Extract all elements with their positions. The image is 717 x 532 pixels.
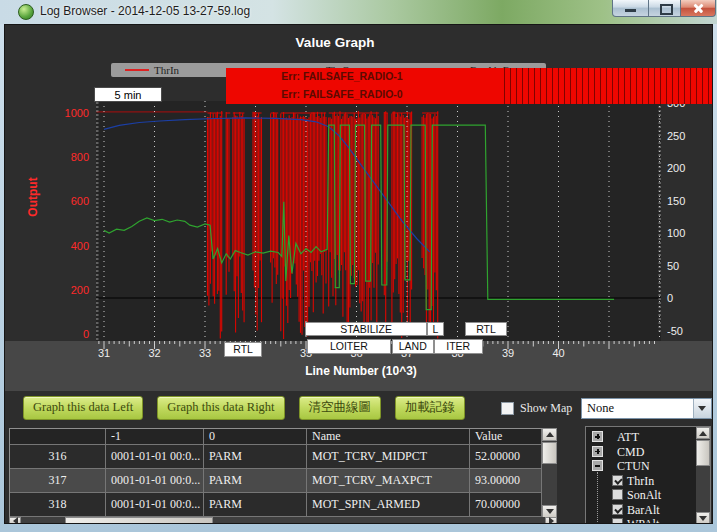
left-axis-tick-label: 800 [35,151,89,163]
tree-leaf-label: BarAlt [627,503,660,518]
checkbox-sonalt[interactable] [612,489,623,500]
scrollbar-thumb[interactable] [542,442,557,464]
mode-label-rtl: RTL [224,342,262,357]
maximize-button[interactable] [648,0,681,17]
right-axis-tick-label: 0 [667,292,707,304]
table-cell[interactable]: PARM [204,469,307,493]
tree-leaf-thrin[interactable]: ThrIn [586,474,710,488]
table-cell[interactable]: MOT_TCRV_MIDPCT [307,445,470,469]
collapse-icon[interactable] [592,460,603,471]
minimize-icon [625,9,636,12]
checkbox-thrin[interactable] [612,475,623,486]
value-graph-plot[interactable] [96,101,661,351]
table-row[interactable]: 3170001-01-01 00:0...PARMMOT_TCRV_MAXPCT… [10,469,543,493]
table-cell[interactable]: 316 [10,445,106,469]
error-text: Err: FAILSAFE_RADIO-1 [226,70,458,82]
minimize-button[interactable] [612,0,649,17]
tree-vertical-scrollbar[interactable] [696,427,710,524]
check-icon [614,476,622,484]
table-horizontal-scrollbar[interactable] [9,517,557,524]
dropdown-arrow-icon[interactable] [693,399,711,418]
field-tree[interactable]: ATTCMDCTUNThrInSonAltBarAltWPAlt [585,426,711,524]
titlebar[interactable]: Log Browser - 2014-12-05 13-27-59.log [0,0,717,24]
tree-node-cmd[interactable]: CMD [586,445,710,459]
filter-dropdown[interactable]: None [581,398,712,419]
table-cell[interactable]: 317 [10,469,106,493]
checkbox-baralt[interactable] [612,504,623,515]
log-browser-content: Value Graph ThrInThrOutBarAlt R Err: FAI… [4,24,713,524]
left-axis-tick-label: 600 [35,195,89,207]
right-axis-tick-label: -50 [667,325,707,337]
table-cell[interactable]: MOT_SPIN_ARMED [307,493,470,517]
app-icon [18,4,34,20]
tree-leaf-label: WPAlt [627,517,659,524]
graph-right-button[interactable]: Graph this data Right [157,396,284,420]
right-axis-tick-label: 50 [667,260,707,272]
graph-title: Value Graph [5,35,665,50]
expand-icon[interactable] [592,431,603,442]
table-cell[interactable]: 93.00000 [470,469,542,493]
left-axis-tick-label: 200 [35,284,89,296]
tree-node-att[interactable]: ATT [586,430,710,444]
table-header-cell[interactable]: 0 [204,429,307,445]
error-text: Err: FAILSAFE_RADIO-0 [226,88,458,100]
right-axis-tick-label: 200 [667,162,707,174]
scroll-up-icon[interactable] [542,428,557,441]
mode-label-rtl: RTL [465,322,507,336]
maximize-icon [660,4,673,15]
scroll-up-icon[interactable] [696,427,710,439]
table-cell[interactable]: 0001-01-01 00:0... [106,445,204,469]
table-header-cell[interactable]: Value [470,429,542,445]
tree-node-label: CMD [617,445,644,460]
tree-node-ctun[interactable]: CTUN [586,459,710,473]
table-cell[interactable]: PARM [204,493,307,517]
clear-graph-button[interactable]: 清空曲線圖 [299,396,382,420]
window-title: Log Browser - 2014-12-05 13-27-59.log [40,4,250,18]
show-map-label: Show Map [520,401,572,416]
table-cell[interactable]: 0001-01-01 00:0... [106,469,204,493]
mode-label-iter: ITER [434,339,483,354]
table-vertical-scrollbar[interactable] [542,428,557,518]
error-tick-texture [499,68,713,86]
expand-icon[interactable] [592,446,603,457]
close-button[interactable] [680,0,716,17]
scrollbar-thumb[interactable] [65,517,213,524]
tree-leaf-label: ThrIn [627,474,654,489]
right-axis-tick-label: 250 [667,130,707,142]
scroll-down-icon[interactable] [696,512,710,524]
tree-leaf-wpalt[interactable]: WPAlt [586,517,710,524]
table-cell[interactable]: 70.00000 [470,493,542,517]
table-header-cell[interactable] [10,429,106,445]
log-browser-window: Log Browser - 2014-12-05 13-27-59.log Va… [0,0,717,532]
table-cell[interactable]: PARM [204,445,307,469]
x-axis-title: Line Number (10^3) [261,364,461,378]
filter-value: None [587,401,614,416]
table-cell[interactable]: 0001-01-01 00:0... [106,493,204,517]
scroll-right-icon[interactable] [545,517,557,524]
load-log-button[interactable]: 加載記錄 [395,396,465,420]
scrollbar-thumb[interactable] [696,440,710,466]
graph-left-button[interactable]: Graph this data Left [23,396,143,420]
mode-label-stabilize: STABILIZE [305,322,427,336]
mode-label-loiter: LOITER [307,339,391,354]
scroll-left-icon[interactable] [9,517,21,524]
time-scale-badge[interactable]: 5 min [94,87,162,102]
table-header-cell[interactable]: Name [307,429,470,445]
legend-item: ThrIn [125,63,179,77]
table-row[interactable]: 3160001-01-01 00:0...PARMMOT_TCRV_MIDPCT… [10,445,543,469]
log-table[interactable]: -10NameValue3160001-01-01 00:0...PARMMOT… [9,428,544,518]
table-cell[interactable]: MOT_TCRV_MAXPCT [307,469,470,493]
table-cell[interactable]: 318 [10,493,106,517]
tree-node-label: ATT [617,430,639,445]
show-map-control: Show Map [501,401,572,416]
checkbox-wpalt[interactable] [612,518,623,524]
legend-label: ThrIn [154,64,179,76]
tree-leaf-label: SonAlt [627,488,661,503]
table-header-cell[interactable]: -1 [106,429,204,445]
check-icon [614,505,622,513]
tree-leaf-baralt[interactable]: BarAlt [586,503,710,517]
show-map-checkbox[interactable] [501,402,514,415]
tree-leaf-sonalt[interactable]: SonAlt [586,488,710,502]
table-cell[interactable]: 52.00000 [470,445,542,469]
table-row[interactable]: 3180001-01-01 00:0...PARMMOT_SPIN_ARMED7… [10,493,543,517]
